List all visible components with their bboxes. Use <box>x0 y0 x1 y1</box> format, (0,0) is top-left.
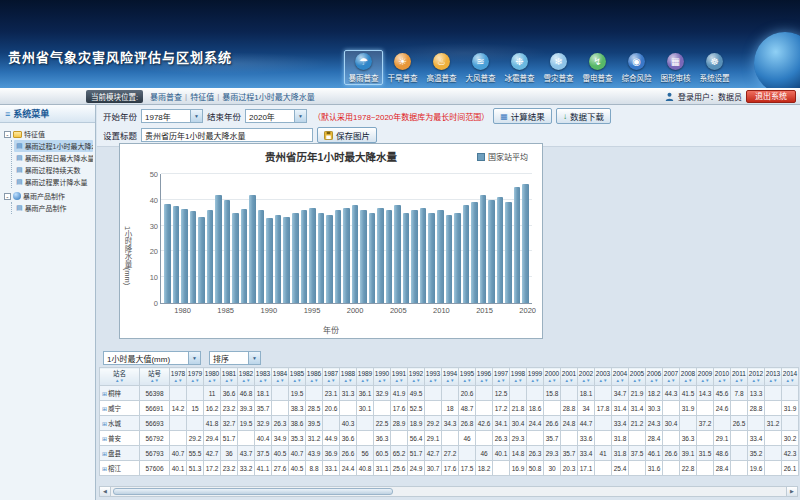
sort-arrows-icon[interactable]: ▲▼ <box>187 378 203 383</box>
sort-arrows-icon[interactable]: ▲▼ <box>595 378 611 383</box>
column-header-23[interactable]: 1998▲▼ <box>510 368 527 386</box>
column-header-32[interactable]: 2007▲▼ <box>663 368 680 386</box>
sidebar-item-1-3[interactable]: ▤暴雨过程持续天数 <box>14 164 93 176</box>
sidebar-item-1-4[interactable]: ▤暴雨过程累计降水量 <box>14 176 93 188</box>
sort-arrows-icon[interactable]: ▲▼ <box>391 378 407 383</box>
sort-arrows-icon[interactable]: ▲▼ <box>100 378 139 383</box>
header-nav-item-1[interactable]: ☂暴雨普查 <box>344 50 383 85</box>
column-header-7[interactable]: 1982▲▼ <box>238 368 255 386</box>
column-header-11[interactable]: 1986▲▼ <box>306 368 323 386</box>
breadcrumb-item-1[interactable]: 暴雨普查 <box>150 91 182 102</box>
chart-title-input[interactable] <box>141 128 313 142</box>
sort-arrows-icon[interactable]: ▲▼ <box>782 378 798 383</box>
column-header-33[interactable]: 2008▲▼ <box>680 368 697 386</box>
sort-arrows-icon[interactable]: ▲▼ <box>408 378 424 383</box>
column-header-37[interactable]: 2012▲▼ <box>748 368 765 386</box>
sort-arrows-icon[interactable]: ▲▼ <box>629 378 645 383</box>
sort-arrows-icon[interactable]: ▲▼ <box>544 378 560 383</box>
sort-arrows-icon[interactable]: ▲▼ <box>680 378 696 383</box>
column-header-27[interactable]: 2002▲▼ <box>578 368 595 386</box>
row-expander-icon[interactable]: ⊞ <box>102 465 107 472</box>
row-expander-icon[interactable]: ⊞ <box>102 390 107 397</box>
column-header-9[interactable]: 1984▲▼ <box>272 368 289 386</box>
logout-button[interactable]: 退出系统 <box>746 90 796 103</box>
header-nav-item-6[interactable]: ❄雪灾普查 <box>539 50 578 85</box>
sort-arrows-icon[interactable]: ▲▼ <box>170 378 186 383</box>
tree-collapse-icon[interactable]: - <box>4 193 11 200</box>
column-header-16[interactable]: 1991▲▼ <box>391 368 408 386</box>
column-header-8[interactable]: 1983▲▼ <box>255 368 272 386</box>
sort-arrows-icon[interactable]: ▲▼ <box>527 378 543 383</box>
horizontal-scrollbar[interactable]: ◀ ▶ <box>99 486 798 497</box>
breadcrumb-item-3[interactable]: 暴雨过程1小时最大降水量 <box>222 91 314 102</box>
column-header-10[interactable]: 1985▲▼ <box>289 368 306 386</box>
header-nav-item-3[interactable]: ♨高温普查 <box>422 50 461 85</box>
sort-arrows-icon[interactable]: ▲▼ <box>646 378 662 383</box>
column-header-25[interactable]: 2000▲▼ <box>544 368 561 386</box>
sort-select[interactable]: 排序 ▼ <box>209 351 261 365</box>
sort-arrows-icon[interactable]: ▲▼ <box>374 378 390 383</box>
sort-arrows-icon[interactable]: ▲▼ <box>272 378 288 383</box>
column-header-18[interactable]: 1993▲▼ <box>425 368 442 386</box>
value-type-select[interactable]: 1小时最大值(mm) ▼ <box>103 351 201 365</box>
legend-item[interactable]: 国家站平均 <box>477 151 528 162</box>
sort-arrows-icon[interactable]: ▲▼ <box>459 378 475 383</box>
column-header-39[interactable]: 2014▲▼ <box>782 368 799 386</box>
column-header-21[interactable]: 1996▲▼ <box>476 368 493 386</box>
row-expander-icon[interactable]: ⊞ <box>102 450 107 457</box>
sort-arrows-icon[interactable]: ▲▼ <box>476 378 492 383</box>
scrollbar-thumb[interactable] <box>113 488 393 495</box>
sidebar-item-1-1[interactable]: ▤暴雨过程1小时最大降水量 <box>14 140 93 152</box>
sidebar-item-1-2[interactable]: ▤暴雨过程日最大降水量 <box>14 152 93 164</box>
sort-arrows-icon[interactable]: ▲▼ <box>442 378 458 383</box>
column-header-3[interactable]: 1978▲▼ <box>170 368 187 386</box>
column-header-4[interactable]: 1979▲▼ <box>187 368 204 386</box>
header-nav-item-4[interactable]: ≋大风普查 <box>461 50 500 85</box>
column-header-28[interactable]: 2003▲▼ <box>595 368 612 386</box>
save-image-button[interactable]: 保存图片 <box>317 127 377 143</box>
scroll-right-button[interactable]: ▶ <box>786 487 797 496</box>
sort-arrows-icon[interactable]: ▲▼ <box>238 378 254 383</box>
sort-arrows-icon[interactable]: ▲▼ <box>221 378 237 383</box>
header-nav-item-8[interactable]: ◉综合风险 <box>617 50 656 85</box>
tree-collapse-icon[interactable]: - <box>4 131 11 138</box>
sort-arrows-icon[interactable]: ▲▼ <box>204 378 220 383</box>
column-header-6[interactable]: 1981▲▼ <box>221 368 238 386</box>
sort-arrows-icon[interactable]: ▲▼ <box>289 378 305 383</box>
column-header-20[interactable]: 1995▲▼ <box>459 368 476 386</box>
sort-arrows-icon[interactable]: ▲▼ <box>578 378 594 383</box>
header-nav-item-5[interactable]: ❉冰雹普查 <box>500 50 539 85</box>
sidebar-item-2-1[interactable]: ▤暴雨产品制作 <box>14 202 93 214</box>
sort-arrows-icon[interactable]: ▲▼ <box>323 378 339 383</box>
column-header-15[interactable]: 1990▲▼ <box>374 368 391 386</box>
start-year-select[interactable]: 1978年 ▼ <box>141 109 203 123</box>
sort-arrows-icon[interactable]: ▲▼ <box>663 378 679 383</box>
sort-arrows-icon[interactable]: ▲▼ <box>340 378 356 383</box>
column-header-30[interactable]: 2005▲▼ <box>629 368 646 386</box>
sort-arrows-icon[interactable]: ▲▼ <box>748 378 764 383</box>
sort-arrows-icon[interactable]: ▲▼ <box>510 378 526 383</box>
scroll-left-button[interactable]: ◀ <box>100 487 111 496</box>
column-header-38[interactable]: 2013▲▼ <box>765 368 782 386</box>
download-button[interactable]: ↓ 数据下载 <box>556 108 611 124</box>
column-header-31[interactable]: 2006▲▼ <box>646 368 663 386</box>
column-header-13[interactable]: 1988▲▼ <box>340 368 357 386</box>
header-nav-item-10[interactable]: ☸系统设置 <box>695 50 734 85</box>
breadcrumb-item-2[interactable]: 特征值 <box>190 91 214 102</box>
column-header-24[interactable]: 1999▲▼ <box>527 368 544 386</box>
column-header-22[interactable]: 1997▲▼ <box>493 368 510 386</box>
row-expander-icon[interactable]: ⊞ <box>102 435 107 442</box>
header-nav-item-2[interactable]: ☀干旱普查 <box>383 50 422 85</box>
header-nav-item-9[interactable]: ▦图形审核 <box>656 50 695 85</box>
column-header-26[interactable]: 2001▲▼ <box>561 368 578 386</box>
column-header-14[interactable]: 1989▲▼ <box>357 368 374 386</box>
column-header-35[interactable]: 2010▲▼ <box>714 368 731 386</box>
sidebar-group-header-2[interactable]: -暴雨产品制作 <box>2 190 93 202</box>
sidebar-group-header-1[interactable]: -特征值 <box>2 128 93 140</box>
end-year-select[interactable]: 2020年 ▼ <box>245 109 307 123</box>
sort-arrows-icon[interactable]: ▲▼ <box>425 378 441 383</box>
column-header-19[interactable]: 1994▲▼ <box>442 368 459 386</box>
column-header-17[interactable]: 1992▲▼ <box>408 368 425 386</box>
sort-arrows-icon[interactable]: ▲▼ <box>697 378 713 383</box>
row-expander-icon[interactable]: ⊞ <box>102 420 107 427</box>
